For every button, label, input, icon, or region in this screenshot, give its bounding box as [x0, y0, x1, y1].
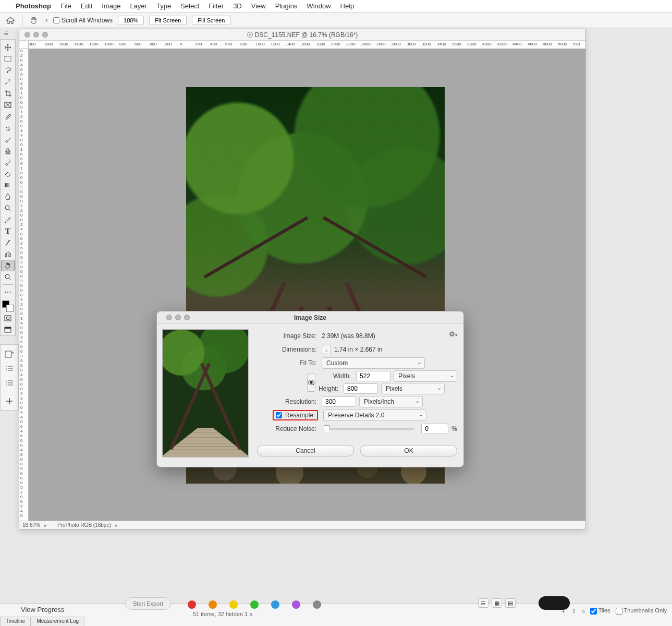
- type-tool-icon[interactable]: T: [1, 225, 15, 237]
- dialog-traffic-lights[interactable]: [161, 315, 190, 320]
- history-brush-tool-icon[interactable]: [1, 156, 15, 168]
- resolution-unit-select[interactable]: Pixels/Inch: [359, 396, 423, 407]
- quick-mask-icon[interactable]: [1, 312, 15, 324]
- menu-window[interactable]: Window: [307, 2, 331, 10]
- svg-point-4: [5, 274, 9, 279]
- status-profile[interactable]: ProPhoto RGB (16bpc): [57, 522, 111, 528]
- color-label-dots[interactable]: [188, 600, 321, 609]
- brush-tool-icon[interactable]: [1, 134, 15, 145]
- height-unit-select[interactable]: Pixels: [381, 383, 445, 394]
- resolution-input[interactable]: [322, 396, 356, 407]
- width-input[interactable]: [356, 371, 390, 381]
- ruler-origin[interactable]: [19, 41, 29, 49]
- width-label: Width:: [333, 372, 353, 380]
- resample-checkbox[interactable]: [276, 412, 282, 418]
- menu-3d[interactable]: 3D: [233, 2, 242, 10]
- list1-panel-icon[interactable]: [3, 363, 16, 374]
- dimensions-label: Dimensions:: [257, 346, 319, 353]
- tool-dropdown-icon[interactable]: ▾: [45, 18, 48, 23]
- start-export-button[interactable]: Start Export: [125, 597, 171, 610]
- height-input[interactable]: [344, 383, 378, 394]
- move-tool-icon[interactable]: [1, 42, 15, 53]
- separator: [3, 284, 13, 285]
- eraser-tool-icon[interactable]: [1, 168, 15, 179]
- color-swatches[interactable]: [2, 300, 14, 312]
- app-name[interactable]: Photoshop: [16, 2, 51, 10]
- gradient-tool-icon[interactable]: [1, 179, 15, 191]
- image-size-label: Image Size:: [257, 332, 319, 340]
- resample-method-select[interactable]: Preserve Details 2.0: [323, 410, 426, 421]
- bottom-tabs[interactable]: Timeline Measurement Log: [0, 617, 84, 626]
- plus-icon[interactable]: ＋: [560, 607, 566, 615]
- menu-filter[interactable]: Filter: [209, 2, 224, 10]
- menu-select[interactable]: Select: [180, 2, 199, 10]
- view-progress-label: View Progress: [21, 606, 65, 613]
- scroll-all-windows-option[interactable]: Scroll All Windows: [53, 17, 113, 24]
- lasso-tool-icon[interactable]: [1, 65, 15, 76]
- dodge-tool-icon[interactable]: [1, 202, 15, 214]
- separator: [4, 392, 15, 392]
- reduce-noise-slider[interactable]: [324, 428, 414, 430]
- menu-view[interactable]: View: [251, 2, 266, 10]
- fit-screen-button[interactable]: Fit Screen: [149, 16, 187, 25]
- panel-collapse-dots[interactable]: ::::◂◂: [1, 29, 10, 35]
- stamp-tool-icon[interactable]: [1, 145, 15, 156]
- finder-view-icons[interactable]: ☰▦▤: [478, 598, 516, 608]
- add-panel-icon[interactable]: [3, 395, 16, 407]
- menu-plugins[interactable]: Plugins: [275, 2, 298, 10]
- wand-tool-icon[interactable]: [1, 76, 15, 88]
- home-button[interactable]: [4, 14, 17, 27]
- tag-icon[interactable]: ⌂: [581, 608, 585, 614]
- menu-image[interactable]: Image: [102, 2, 120, 10]
- tab-measurement-log[interactable]: Measurement Log: [31, 617, 84, 626]
- thumbs-toggle[interactable]: Thumbnails Only: [616, 607, 667, 615]
- menu-help[interactable]: Help: [340, 2, 355, 10]
- zoom-chevron-icon[interactable]: ▸: [44, 523, 47, 528]
- marquee-tool-icon[interactable]: [1, 53, 15, 65]
- hand-tool-icon[interactable]: [28, 14, 40, 27]
- zoom-value-button[interactable]: 100%: [118, 16, 144, 25]
- menu-file[interactable]: File: [60, 2, 71, 10]
- path-tool-icon[interactable]: [1, 237, 15, 248]
- fill-screen-button[interactable]: Fill Screen: [192, 16, 230, 25]
- ruler-vertical[interactable]: 0204060801000120014001600180020002200240…: [19, 49, 29, 521]
- edit-toolbar-icon[interactable]: ⋯: [1, 286, 15, 298]
- menu-edit[interactable]: Edit: [81, 2, 92, 10]
- mac-menubar: Photoshop File Edit Image Layer Type Sel…: [0, 0, 672, 13]
- ok-button[interactable]: OK: [360, 445, 457, 456]
- menu-layer[interactable]: Layer: [130, 2, 147, 10]
- scroll-all-checkbox[interactable]: [53, 17, 59, 23]
- document-statusbar: 16.67% ▸ ProPhoto RGB (16bpc) ▸: [19, 521, 585, 529]
- separator: [22, 15, 22, 26]
- frame-tool-icon[interactable]: [1, 99, 15, 111]
- blur-tool-icon[interactable]: [1, 191, 15, 202]
- hand-tool-icon[interactable]: [1, 260, 15, 271]
- constrain-link-icon[interactable]: 👁‍🗨: [307, 373, 315, 392]
- heal-tool-icon[interactable]: [1, 122, 15, 134]
- tiles-toggle[interactable]: Tiles: [590, 607, 610, 615]
- svg-rect-8: [5, 327, 11, 329]
- shape-tool-icon[interactable]: [1, 248, 15, 260]
- cancel-button[interactable]: Cancel: [257, 445, 354, 456]
- background-swatch[interactable]: [6, 305, 14, 312]
- dimensions-dropdown[interactable]: ⌄: [322, 345, 331, 354]
- zoom-tool-icon[interactable]: [1, 271, 15, 283]
- slider-thumb[interactable]: [324, 425, 330, 432]
- list2-panel-icon[interactable]: [3, 377, 16, 389]
- traffic-lights[interactable]: [19, 32, 48, 38]
- tab-timeline[interactable]: Timeline: [0, 617, 31, 626]
- ruler-horizontal[interactable]: 3001800160014001200100080060040020002004…: [29, 41, 585, 49]
- pen-tool-icon[interactable]: [1, 214, 15, 225]
- fit-to-select[interactable]: Custom: [322, 357, 425, 369]
- menu-type[interactable]: Type: [156, 2, 171, 10]
- screen-mode-icon[interactable]: [1, 324, 15, 335]
- profile-chevron-icon[interactable]: ▸: [115, 523, 118, 528]
- status-zoom[interactable]: 16.67%: [22, 522, 40, 528]
- upload-icon[interactable]: ⇪: [571, 608, 576, 615]
- export-panel-icon[interactable]: [3, 348, 16, 359]
- width-unit-select[interactable]: Pixels: [394, 370, 457, 382]
- crop-tool-icon[interactable]: [1, 88, 15, 99]
- eyedropper-tool-icon[interactable]: [1, 111, 15, 122]
- gear-icon[interactable]: ⚙︎▾: [449, 330, 457, 338]
- reduce-noise-input[interactable]: [421, 424, 448, 434]
